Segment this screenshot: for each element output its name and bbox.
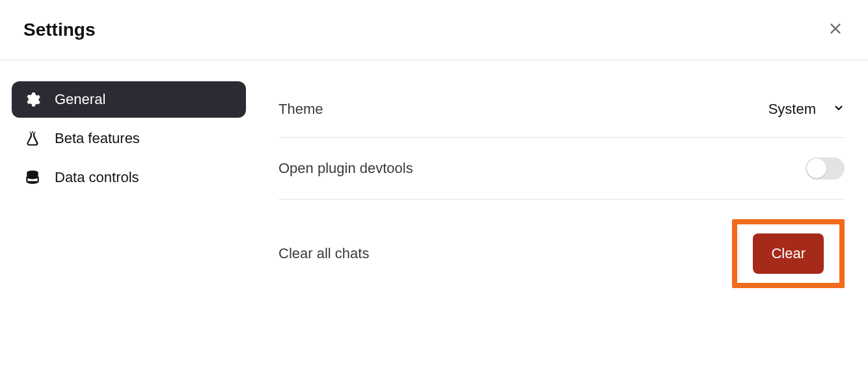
sidebar-item-label: Beta features (55, 130, 140, 147)
settings-content: Theme System Open plugin devtools Clear … (246, 81, 856, 308)
theme-row: Theme System (278, 81, 845, 138)
sidebar-item-label: General (55, 91, 105, 108)
settings-sidebar: General Beta features Data controls (12, 81, 246, 308)
theme-value: System (768, 101, 816, 118)
toggle-knob (807, 159, 826, 178)
database-icon (23, 168, 42, 187)
sidebar-item-data-controls[interactable]: Data controls (12, 159, 246, 196)
sidebar-item-label: Data controls (55, 169, 139, 186)
chevron-down-icon (833, 101, 845, 118)
close-button[interactable] (826, 21, 845, 39)
clear-chats-row: Clear all chats Clear (278, 200, 845, 308)
settings-body: General Beta features Data controls (0, 60, 868, 308)
devtools-row: Open plugin devtools (278, 138, 845, 200)
gear-icon (23, 90, 42, 109)
sidebar-item-beta-features[interactable]: Beta features (12, 120, 246, 157)
flask-icon (23, 129, 42, 148)
devtools-toggle[interactable] (806, 157, 845, 179)
sidebar-item-general[interactable]: General (12, 81, 246, 118)
clear-chats-label: Clear all chats (278, 245, 369, 262)
close-icon (828, 21, 843, 38)
theme-select[interactable]: System (768, 101, 845, 118)
clear-button[interactable]: Clear (753, 233, 824, 274)
devtools-label: Open plugin devtools (278, 160, 413, 177)
page-title: Settings (23, 20, 95, 40)
settings-header: Settings (0, 0, 868, 60)
clear-button-highlight: Clear (732, 219, 845, 288)
theme-label: Theme (278, 101, 323, 118)
